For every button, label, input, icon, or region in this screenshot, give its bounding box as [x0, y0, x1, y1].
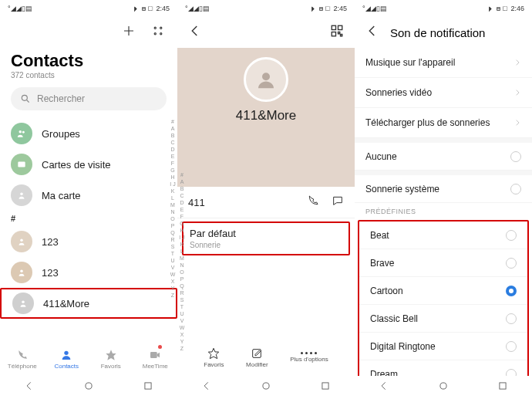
svg-point-20 [262, 73, 270, 80]
radio-icon [506, 341, 517, 352]
chevron-right-icon [513, 86, 521, 100]
chevron-right-icon [513, 116, 521, 130]
screen-contact-detail: °◢◢▯▤ ⏵ ▤ ⬚ 2:45 411&More # A B C D E F … [177, 0, 355, 399]
section-header: # [0, 211, 177, 226]
back-icon[interactable] [365, 24, 379, 41]
ringtone-value: Par défaut [190, 228, 342, 239]
favorite-button[interactable]: Favoris [204, 347, 224, 368]
contact-avatar[interactable] [244, 57, 288, 102]
search-placeholder: Rechercher [37, 93, 85, 104]
svg-point-22 [263, 383, 269, 389]
status-bar: °◢◢▯▤ ⏵ ▤ ⬚ 2:46 [355, 0, 532, 17]
home-nav-icon[interactable] [261, 380, 271, 394]
svg-rect-23 [322, 383, 328, 389]
home-nav-icon[interactable] [438, 380, 449, 394]
status-bar: °◢◢▯▤ ⏵ ▤ ⬚ 2:45 [177, 0, 355, 17]
recent-nav-icon[interactable] [143, 380, 153, 394]
screen-notification-sound: °◢◢▯▤ ⏵ ▤ ⬚ 2:46 Son de notification Mus… [355, 0, 532, 399]
system-ringtone-row[interactable]: Sonnerie système [355, 175, 532, 203]
preset-row[interactable]: Beat [359, 221, 527, 249]
item-label: Cartes de visite [42, 159, 111, 171]
detail-body: # A B C D E F G H I J K L M N O P Q R S … [177, 187, 355, 339]
chevron-right-icon [513, 56, 521, 69]
status-right: ⏵ ▤ ⬚ 2:45 [133, 5, 170, 12]
screen-contacts: °◢◢▯▤ ⏵ ▤ ⬚ 2:45 Contacts 372 contacts R… [0, 0, 177, 399]
detail-toolbar [177, 17, 355, 48]
device-music-row[interactable]: Musique sur l'appareil [355, 48, 532, 78]
back-nav-icon[interactable] [379, 380, 389, 394]
groups-item[interactable]: Groupes [0, 118, 177, 149]
svg-point-0 [154, 27, 156, 29]
svg-point-24 [440, 383, 446, 389]
none-row[interactable]: Aucune [355, 143, 532, 171]
sound-toolbar: Son de notification [355, 17, 532, 48]
tab-meetime[interactable]: MeeTime [133, 342, 178, 376]
contact-row[interactable]: 123 [0, 257, 177, 288]
notification-dot-icon [158, 345, 162, 349]
search-input[interactable]: Rechercher [11, 87, 167, 110]
recent-nav-icon[interactable] [497, 380, 508, 394]
svg-point-8 [19, 163, 21, 164]
add-icon[interactable] [122, 24, 136, 41]
my-card-item[interactable]: Ma carte [0, 180, 177, 211]
tab-favorites[interactable]: Favoris [89, 342, 133, 376]
radio-icon [506, 286, 517, 296]
svg-rect-19 [332, 32, 335, 36]
svg-point-10 [20, 239, 23, 242]
svg-point-4 [22, 95, 27, 100]
contact-row[interactable]: 123 [0, 226, 177, 257]
call-icon[interactable] [307, 194, 319, 210]
svg-point-1 [160, 27, 162, 29]
preset-row[interactable]: Classic Bell [359, 305, 527, 333]
contact-avatar-icon [11, 262, 32, 283]
edit-button[interactable]: Modifier [246, 347, 268, 368]
ringtone-row-highlighted[interactable]: Par défaut Sonnerie [182, 221, 350, 255]
contact-name: 123 [42, 236, 59, 248]
svg-rect-14 [150, 352, 157, 358]
preset-row[interactable]: Dream [359, 360, 527, 376]
back-nav-icon[interactable] [201, 380, 212, 394]
preset-row[interactable]: Brave [359, 249, 527, 277]
svg-point-2 [154, 33, 156, 35]
alpha-index[interactable]: # A B C D E F G H I J K L M N O P Q R S … [179, 171, 185, 352]
groups-icon [11, 123, 32, 144]
svg-rect-18 [338, 25, 342, 29]
back-nav-icon[interactable] [24, 380, 35, 394]
tab-phone[interactable]: Téléphone [0, 342, 45, 376]
more-grid-icon[interactable] [151, 24, 165, 41]
contact-count: 372 contacts [0, 71, 177, 87]
download-ringtones-row[interactable]: Télécharger plus de sonneries [355, 108, 532, 138]
svg-rect-16 [145, 383, 151, 389]
business-cards-item[interactable]: Cartes de visite [0, 149, 177, 180]
home-nav-icon[interactable] [83, 380, 94, 394]
contact-name: 411&More [43, 298, 89, 309]
svg-point-11 [20, 270, 23, 273]
contact-name: 123 [42, 267, 59, 279]
preset-row[interactable]: Digital Ringtone [359, 333, 527, 360]
contact-header: 411&More [177, 48, 355, 187]
status-time: 2:45 [156, 5, 170, 12]
radio-icon [506, 369, 517, 377]
presets-highlighted: BeatBraveCartoonClassic BellDigital Ring… [358, 220, 529, 376]
qr-icon[interactable] [330, 24, 344, 41]
back-icon[interactable] [188, 24, 202, 41]
system-navbar [355, 376, 532, 399]
chat-icon[interactable] [332, 194, 344, 210]
svg-point-13 [65, 350, 69, 354]
phone-row[interactable]: 411 [177, 187, 355, 218]
contact-row-highlighted[interactable]: 411&More [0, 288, 177, 319]
recent-nav-icon[interactable] [320, 380, 331, 394]
svg-rect-25 [500, 383, 506, 389]
video-ringtones-row[interactable]: Sonneries vidéo [355, 78, 532, 108]
item-label: Groupes [42, 128, 80, 140]
radio-icon [510, 151, 521, 162]
status-time: 2:45 [333, 5, 347, 12]
detail-actions: Favoris Modifier Plus d'options [177, 339, 355, 376]
radio-icon [506, 258, 517, 269]
preset-row[interactable]: Cartoon [359, 277, 527, 305]
alpha-index[interactable]: # A B C D E F G H I J K L M N O P Q R S … [170, 118, 176, 299]
more-options-button[interactable]: Plus d'options [290, 352, 328, 363]
radio-icon [510, 184, 521, 194]
radio-icon [506, 230, 517, 241]
tab-contacts[interactable]: Contacts [45, 342, 89, 376]
